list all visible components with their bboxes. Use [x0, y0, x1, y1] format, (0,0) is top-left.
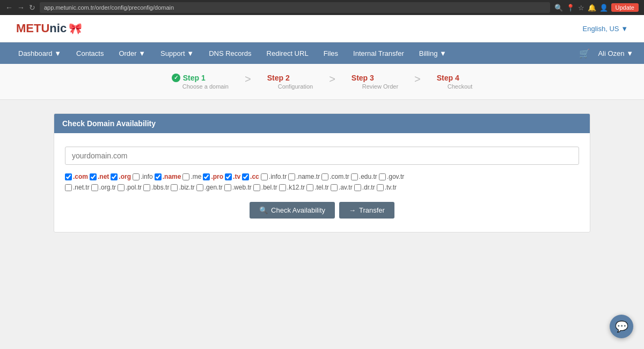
panel-header: Check Domain Availability	[54, 114, 590, 133]
tld-name-tr[interactable]: .name.tr	[288, 173, 320, 180]
reload-button[interactable]: ↻	[29, 3, 35, 12]
nav-item-redirect[interactable]: Redirect URL	[259, 42, 316, 64]
tld-tel-tr[interactable]: .tel.tr	[306, 184, 329, 191]
transfer-button[interactable]: → Transfer	[339, 202, 394, 219]
back-button[interactable]: ←	[5, 3, 13, 12]
nav-right: 🛒 Ali Ozen ▼	[579, 48, 633, 59]
tld-tv-tr[interactable]: .tv.tr	[377, 184, 397, 191]
tld-bel-tr[interactable]: .bel.tr	[253, 184, 277, 191]
update-button[interactable]: Update	[611, 3, 639, 12]
tld-me[interactable]: .me	[182, 173, 201, 180]
step-4-subtitle: Checkout	[437, 83, 472, 90]
nav-item-files[interactable]: Files	[316, 42, 346, 64]
check-availability-button[interactable]: 🔍 Check Availability	[250, 202, 335, 219]
steps-bar: ✓ Step 1 Choose a domain > Step 2 Config…	[0, 64, 644, 100]
nav-item-billing[interactable]: Billing ▼	[412, 42, 454, 64]
nav-item-support[interactable]: Support ▼	[153, 42, 201, 64]
step-4-title: Step 4	[437, 74, 459, 82]
step-1-label: Step 1	[183, 74, 206, 82]
nav-item-dns[interactable]: DNS Records	[201, 42, 259, 64]
tld-pro[interactable]: .pro	[203, 173, 223, 180]
browser-bar: ← → ↻ app.metunic.com.tr/order/config/pr…	[0, 0, 644, 15]
step-3-subtitle: Review Order	[352, 83, 398, 90]
language-selector[interactable]: English, US ▼	[583, 25, 628, 33]
step-arrow-3: >	[398, 73, 437, 85]
tld-com-tr[interactable]: .com.tr	[321, 173, 349, 180]
tld-web-tr[interactable]: .web.tr	[224, 184, 252, 191]
step-3-label: Step 3	[352, 74, 374, 82]
address-bar[interactable]: app.metunic.com.tr/order/config/preconfi…	[40, 2, 550, 13]
panel-body: .com .net .org .info .name .me .pro .tv …	[54, 133, 590, 232]
step-4: Step 4 Checkout	[437, 74, 472, 90]
step-4-label: Step 4	[437, 74, 459, 82]
navbar: Dashboard ▼ Contacts Order ▼ Support ▼ D…	[0, 42, 644, 64]
tld-av-tr[interactable]: .av.tr	[331, 184, 353, 191]
browser-icons: 🔍 📍 ☆ 🔔 👤 Update	[554, 3, 639, 12]
nav-item-order[interactable]: Order ▼	[111, 42, 153, 64]
tld-info[interactable]: .info	[133, 173, 153, 180]
tld-gov-tr[interactable]: .gov.tr	[379, 173, 404, 180]
user-menu[interactable]: Ali Ozen ▼	[598, 49, 633, 57]
tld-com[interactable]: .com	[65, 173, 88, 180]
transfer-label: Transfer	[359, 206, 385, 214]
logo: METUnic🎀	[16, 21, 82, 35]
cart-icon[interactable]: 🛒	[579, 48, 590, 59]
step-2-subtitle: Configuration	[267, 83, 313, 90]
logo-ribbon: 🎀	[69, 23, 82, 34]
forward-button[interactable]: →	[17, 3, 25, 12]
step-1-check: ✓	[172, 74, 180, 82]
step-arrow-1: >	[229, 73, 267, 85]
panel-title: Check Domain Availability	[62, 119, 156, 128]
bookmark-icon[interactable]: ☆	[578, 4, 584, 12]
tld-row-1: .com .net .org .info .name .me .pro .tv …	[65, 173, 579, 180]
zoom-icon[interactable]: 🔍	[554, 4, 563, 12]
tld-gen-tr[interactable]: .gen.tr	[196, 184, 223, 191]
step-arrow-2: >	[313, 73, 352, 85]
tld-tv[interactable]: .tv	[225, 173, 240, 180]
main-content: Check Domain Availability .com .net .org…	[0, 100, 644, 246]
logo-metu: METU	[16, 21, 49, 35]
domain-input-wrapper	[65, 147, 579, 165]
step-1-subtitle: Choose a domain	[172, 83, 229, 90]
tld-biz-tr[interactable]: .biz.tr	[171, 184, 194, 191]
step-1-title: ✓ Step 1	[172, 74, 206, 82]
tld-cc[interactable]: .cc	[242, 173, 259, 180]
domain-input[interactable]	[65, 147, 579, 165]
step-3: Step 3 Review Order	[352, 74, 398, 90]
nav-item-transfer[interactable]: Internal Transfer	[346, 42, 412, 64]
location-icon[interactable]: 📍	[566, 4, 575, 12]
tld-info-tr[interactable]: .info.tr	[261, 173, 287, 180]
tld-org-tr[interactable]: .org.tr	[91, 184, 116, 191]
tld-name[interactable]: .name	[155, 173, 181, 180]
tld-org[interactable]: .org	[111, 173, 131, 180]
tld-net-tr[interactable]: .net.tr	[65, 184, 90, 191]
tld-pol-tr[interactable]: .pol.tr	[118, 184, 142, 191]
nav-item-contacts[interactable]: Contacts	[69, 42, 111, 64]
logo-nic: nic	[49, 21, 67, 35]
tld-row-2: .net.tr .org.tr .pol.tr .bbs.tr .biz.tr …	[65, 184, 579, 191]
domain-panel: Check Domain Availability .com .net .org…	[54, 113, 590, 232]
btn-row: 🔍 Check Availability → Transfer	[65, 202, 579, 219]
transfer-icon: →	[349, 206, 356, 214]
bell-icon[interactable]: 🔔	[588, 4, 596, 12]
header: METUnic🎀 English, US ▼	[0, 15, 644, 42]
step-2-label: Step 2	[267, 74, 290, 82]
tld-k12-tr[interactable]: .k12.tr	[279, 184, 305, 191]
step-2: Step 2 Configuration	[267, 74, 313, 90]
tld-net[interactable]: .net	[90, 173, 109, 180]
tld-dr-tr[interactable]: .dr.tr	[354, 184, 375, 191]
step-3-title: Step 3	[352, 74, 374, 82]
nav-item-dashboard[interactable]: Dashboard ▼	[11, 42, 69, 64]
nav-left: Dashboard ▼ Contacts Order ▼ Support ▼ D…	[11, 42, 454, 64]
search-icon: 🔍	[259, 206, 268, 214]
step-1: ✓ Step 1 Choose a domain	[172, 74, 229, 90]
url-text: app.metunic.com.tr/order/config/preconfi…	[44, 4, 174, 11]
check-availability-label: Check Availability	[271, 206, 325, 214]
tld-bbs-tr[interactable]: .bbs.tr	[143, 184, 169, 191]
user-icon[interactable]: 👤	[599, 4, 608, 12]
step-2-title: Step 2	[267, 74, 290, 82]
tld-edu-tr[interactable]: .edu.tr	[351, 173, 377, 180]
